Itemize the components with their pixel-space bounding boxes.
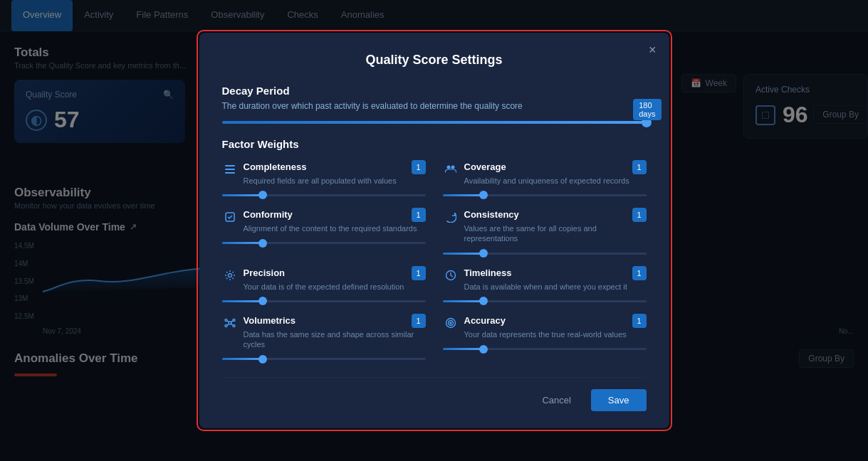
factor-conformity-text: Conformity 1 Alignment of the content to… [244, 208, 426, 233]
cluster-icon [222, 315, 238, 331]
factor-precision-desc: Your data is of the expected defined res… [244, 282, 426, 292]
decay-period-title: Decay Period [222, 85, 647, 97]
modal-footer: Cancel Save [222, 377, 647, 411]
factor-volumetrics-header: Volumetrics 1 Data has the same size and… [222, 314, 426, 350]
factor-completeness-thumb[interactable] [258, 191, 267, 199]
factor-timeliness-thumb[interactable] [479, 297, 488, 305]
svg-line-13 [227, 320, 229, 322]
factor-completeness-name: Completeness [244, 161, 307, 172]
factor-precision-track [222, 300, 426, 302]
modal-close-button[interactable]: × [649, 43, 657, 58]
factor-timeliness-name: Timeliness [464, 267, 512, 278]
factor-consistency-badge: 1 [632, 208, 647, 222]
factor-precision-header: Precision 1 Your data is of the expected… [222, 266, 426, 292]
factor-coverage-track [443, 194, 647, 196]
decay-slider-badge: 180 days [633, 99, 661, 120]
factor-accuracy-desc: Your data represents the true real-world… [464, 329, 647, 339]
target-icon [443, 315, 459, 331]
cancel-button[interactable]: Cancel [530, 389, 582, 411]
factor-timeliness-fill [443, 300, 483, 302]
factor-precision-badge: 1 [412, 266, 426, 280]
factor-volumetrics-desc: Data has the same size and shape across … [244, 329, 426, 350]
svg-point-17 [446, 318, 455, 327]
factor-completeness-name-row: Completeness 1 [244, 160, 426, 174]
factor-timeliness-text: Timeliness 1 Data is available when and … [464, 266, 647, 292]
svg-point-6 [228, 273, 231, 277]
factor-consistency-desc: Values are the same for all copies and r… [464, 223, 647, 244]
clock-icon [443, 267, 459, 283]
factor-conformity-thumb[interactable] [258, 239, 267, 248]
svg-rect-2 [225, 172, 235, 174]
factor-conformity-badge: 1 [412, 208, 426, 222]
modal-title: Quality Score Settings [222, 53, 647, 68]
factor-accuracy: Accuracy 1 Your data represents the true… [443, 314, 647, 361]
factor-timeliness: Timeliness 1 Data is available when and … [443, 266, 647, 302]
factors-grid: Completeness 1 Required fields are all p… [222, 160, 647, 361]
factor-precision-text: Precision 1 Your data is of the expected… [244, 266, 426, 292]
factor-completeness-slider [222, 194, 426, 196]
factor-consistency-header: Consistency 1 Values are the same for al… [443, 208, 647, 244]
decay-period-description: The duration over which past activity is… [222, 101, 647, 111]
svg-point-10 [233, 319, 235, 321]
factor-volumetrics-text: Volumetrics 1 Data has the same size and… [244, 314, 426, 350]
factor-completeness: Completeness 1 Required fields are all p… [222, 160, 426, 196]
factor-coverage-thumb[interactable] [479, 191, 488, 199]
factor-precision-fill [222, 300, 263, 302]
save-button[interactable]: Save [591, 389, 647, 411]
factor-conformity-header: Conformity 1 Alignment of the content to… [222, 208, 426, 233]
factor-consistency-track [443, 253, 647, 255]
factor-volumetrics-slider [222, 358, 426, 360]
svg-point-4 [451, 165, 454, 169]
factor-coverage-slider [443, 194, 647, 196]
factor-conformity-fill [222, 242, 263, 244]
factor-timeliness-track [443, 300, 647, 302]
modal-highlight: × Quality Score Settings Decay Period Th… [197, 30, 672, 432]
refresh-icon [443, 209, 459, 225]
factor-volumetrics-thumb[interactable] [258, 355, 267, 364]
factor-coverage-name-row: Coverage 1 [464, 160, 647, 174]
factor-consistency-thumb[interactable] [479, 249, 488, 258]
decay-slider-track: 180 days [222, 121, 647, 124]
factor-completeness-track [222, 194, 426, 196]
users-icon [443, 161, 459, 177]
factor-timeliness-slider [443, 300, 647, 302]
modal-overlay: × Quality Score Settings Decay Period Th… [0, 0, 868, 461]
factor-accuracy-header: Accuracy 1 Your data represents the true… [443, 314, 647, 339]
factor-consistency-fill [443, 253, 483, 255]
svg-line-15 [227, 324, 229, 326]
factor-consistency-text: Consistency 1 Values are the same for al… [464, 208, 647, 244]
factor-coverage-text: Coverage 1 Availability and uniqueness o… [464, 160, 647, 186]
factor-coverage: Coverage 1 Availability and uniqueness o… [443, 160, 647, 196]
factor-completeness-desc: Required fields are all populated with v… [244, 176, 426, 186]
decay-period-section: Decay Period The duration over which pas… [222, 85, 647, 124]
factor-accuracy-track [443, 348, 647, 350]
factor-conformity-track [222, 242, 426, 244]
factor-accuracy-name: Accuracy [464, 315, 506, 326]
check-square-icon [222, 209, 238, 225]
factor-timeliness-badge: 1 [632, 266, 647, 280]
factor-coverage-fill [443, 194, 483, 196]
factor-completeness-text: Completeness 1 Required fields are all p… [244, 160, 426, 186]
quality-score-settings-modal: × Quality Score Settings Decay Period Th… [199, 33, 669, 429]
svg-point-3 [446, 165, 450, 169]
factor-accuracy-slider [443, 348, 647, 350]
factor-consistency-slider [443, 253, 647, 255]
factor-conformity-name: Conformity [244, 209, 293, 220]
svg-point-11 [225, 324, 227, 327]
factor-timeliness-name-row: Timeliness 1 [464, 266, 647, 280]
factor-accuracy-text: Accuracy 1 Your data represents the true… [464, 314, 647, 339]
factor-volumetrics-fill [222, 358, 263, 360]
factor-accuracy-thumb[interactable] [479, 345, 488, 354]
factor-timeliness-desc: Data is available when and where you exp… [464, 282, 647, 292]
factor-volumetrics-track [222, 358, 426, 360]
factor-completeness-header: Completeness 1 Required fields are all p… [222, 160, 426, 186]
factor-conformity-slider [222, 242, 426, 244]
factor-conformity-desc: Alignment of the content to the required… [244, 223, 426, 233]
factor-timeliness-header: Timeliness 1 Data is available when and … [443, 266, 647, 292]
decay-slider-container: 180 days [222, 121, 647, 124]
factor-conformity-name-row: Conformity 1 [244, 208, 426, 222]
decay-slider-thumb[interactable]: 180 days [642, 117, 652, 127]
settings-icon [222, 267, 238, 283]
decay-slider-fill [222, 121, 647, 124]
factor-precision-thumb[interactable] [258, 297, 267, 305]
